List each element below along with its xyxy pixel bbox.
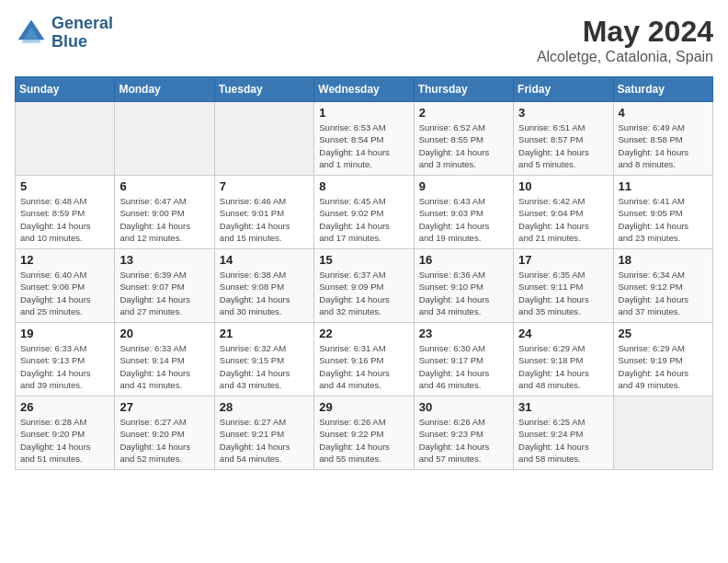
day-number: 28 (220, 400, 309, 414)
calendar-body: 1Sunrise: 6:53 AM Sunset: 8:54 PM Daylig… (16, 102, 713, 470)
logo-line1: General (51, 15, 113, 33)
day-info: Sunrise: 6:34 AM Sunset: 9:12 PM Dayligh… (619, 269, 708, 317)
day-number: 16 (419, 253, 508, 267)
day-info: Sunrise: 6:47 AM Sunset: 9:00 PM Dayligh… (119, 195, 209, 244)
week-row-1: 5Sunrise: 6:48 AM Sunset: 8:59 PM Daylig… (16, 176, 713, 249)
day-number: 30 (419, 400, 508, 414)
header-day-monday: Monday (115, 77, 214, 102)
day-cell: 2Sunrise: 6:52 AM Sunset: 8:55 PM Daylig… (414, 102, 513, 176)
day-info: Sunrise: 6:46 AM Sunset: 9:01 PM Dayligh… (220, 195, 309, 244)
day-cell (214, 102, 313, 176)
day-cell: 21Sunrise: 6:32 AM Sunset: 9:15 PM Dayli… (214, 323, 313, 396)
day-number: 5 (20, 179, 109, 193)
day-cell: 18Sunrise: 6:34 AM Sunset: 9:12 PM Dayli… (613, 249, 712, 323)
title-block: May 2024 Alcoletge, Catalonia, Spain (537, 15, 713, 65)
day-info: Sunrise: 6:38 AM Sunset: 9:08 PM Dayligh… (220, 269, 309, 317)
day-info: Sunrise: 6:40 AM Sunset: 9:06 PM Dayligh… (20, 269, 109, 317)
header-day-thursday: Thursday (414, 77, 513, 102)
day-cell: 4Sunrise: 6:49 AM Sunset: 8:58 PM Daylig… (613, 102, 712, 176)
day-cell: 30Sunrise: 6:26 AM Sunset: 9:23 PM Dayli… (414, 396, 513, 470)
header-day-tuesday: Tuesday (214, 77, 313, 102)
logo-icon (15, 17, 48, 50)
day-cell: 5Sunrise: 6:48 AM Sunset: 8:59 PM Daylig… (16, 176, 115, 249)
day-cell: 28Sunrise: 6:27 AM Sunset: 9:21 PM Dayli… (214, 396, 313, 470)
day-number: 25 (619, 327, 708, 340)
day-info: Sunrise: 6:35 AM Sunset: 9:11 PM Dayligh… (518, 269, 608, 317)
day-info: Sunrise: 6:48 AM Sunset: 8:59 PM Dayligh… (20, 195, 109, 244)
calendar-table: SundayMondayTuesdayWednesdayThursdayFrid… (15, 76, 713, 470)
day-cell: 13Sunrise: 6:39 AM Sunset: 9:07 PM Dayli… (115, 249, 214, 323)
day-number: 29 (319, 400, 408, 414)
day-number: 18 (619, 253, 708, 267)
day-cell: 15Sunrise: 6:37 AM Sunset: 9:09 PM Dayli… (314, 249, 414, 323)
week-row-4: 26Sunrise: 6:28 AM Sunset: 9:20 PM Dayli… (16, 396, 713, 470)
day-info: Sunrise: 6:31 AM Sunset: 9:16 PM Dayligh… (319, 342, 408, 391)
day-info: Sunrise: 6:30 AM Sunset: 9:17 PM Dayligh… (419, 342, 508, 391)
day-cell (613, 396, 712, 470)
day-number: 9 (419, 179, 508, 193)
day-cell: 22Sunrise: 6:31 AM Sunset: 9:16 PM Dayli… (314, 323, 414, 396)
day-info: Sunrise: 6:26 AM Sunset: 9:23 PM Dayligh… (419, 416, 508, 465)
location: Alcoletge, Catalonia, Spain (537, 49, 713, 65)
day-number: 12 (20, 253, 109, 267)
day-info: Sunrise: 6:41 AM Sunset: 9:05 PM Dayligh… (619, 195, 708, 244)
day-number: 24 (518, 327, 608, 340)
header-row: SundayMondayTuesdayWednesdayThursdayFrid… (16, 77, 713, 102)
week-row-2: 12Sunrise: 6:40 AM Sunset: 9:06 PM Dayli… (16, 249, 713, 323)
day-number: 3 (518, 106, 608, 120)
day-cell: 25Sunrise: 6:29 AM Sunset: 9:19 PM Dayli… (613, 323, 712, 396)
day-cell: 7Sunrise: 6:46 AM Sunset: 9:01 PM Daylig… (214, 176, 313, 249)
day-info: Sunrise: 6:52 AM Sunset: 8:55 PM Dayligh… (419, 121, 508, 170)
day-cell: 27Sunrise: 6:27 AM Sunset: 9:20 PM Dayli… (115, 396, 214, 470)
day-info: Sunrise: 6:29 AM Sunset: 9:19 PM Dayligh… (619, 342, 708, 391)
day-number: 14 (220, 253, 309, 267)
day-number: 22 (319, 327, 408, 340)
page-header: General Blue May 2024 Alcoletge, Catalon… (15, 15, 713, 65)
day-number: 19 (20, 327, 109, 340)
day-cell: 8Sunrise: 6:45 AM Sunset: 9:02 PM Daylig… (314, 176, 414, 249)
day-cell: 11Sunrise: 6:41 AM Sunset: 9:05 PM Dayli… (613, 176, 712, 249)
day-number: 20 (119, 327, 209, 340)
day-cell: 17Sunrise: 6:35 AM Sunset: 9:11 PM Dayli… (514, 249, 613, 323)
day-info: Sunrise: 6:39 AM Sunset: 9:07 PM Dayligh… (119, 269, 209, 317)
day-cell: 12Sunrise: 6:40 AM Sunset: 9:06 PM Dayli… (16, 249, 115, 323)
day-info: Sunrise: 6:28 AM Sunset: 9:20 PM Dayligh… (20, 416, 109, 465)
day-cell: 23Sunrise: 6:30 AM Sunset: 9:17 PM Dayli… (414, 323, 513, 396)
day-number: 1 (319, 106, 408, 120)
day-info: Sunrise: 6:51 AM Sunset: 8:57 PM Dayligh… (518, 121, 608, 170)
day-info: Sunrise: 6:33 AM Sunset: 9:14 PM Dayligh… (119, 342, 209, 391)
day-number: 7 (220, 179, 309, 193)
day-number: 27 (119, 400, 209, 414)
day-number: 23 (419, 327, 508, 340)
day-cell: 19Sunrise: 6:33 AM Sunset: 9:13 PM Dayli… (16, 323, 115, 396)
day-number: 15 (319, 253, 408, 267)
day-info: Sunrise: 6:45 AM Sunset: 9:02 PM Dayligh… (319, 195, 408, 244)
day-cell (115, 102, 214, 176)
day-cell: 16Sunrise: 6:36 AM Sunset: 9:10 PM Dayli… (414, 249, 513, 323)
day-cell: 6Sunrise: 6:47 AM Sunset: 9:00 PM Daylig… (115, 176, 214, 249)
header-day-sunday: Sunday (16, 77, 115, 102)
day-cell: 24Sunrise: 6:29 AM Sunset: 9:18 PM Dayli… (514, 323, 613, 396)
day-info: Sunrise: 6:32 AM Sunset: 9:15 PM Dayligh… (220, 342, 309, 391)
day-info: Sunrise: 6:53 AM Sunset: 8:54 PM Dayligh… (319, 121, 408, 170)
day-cell: 20Sunrise: 6:33 AM Sunset: 9:14 PM Dayli… (115, 323, 214, 396)
day-number: 21 (220, 327, 309, 340)
day-info: Sunrise: 6:25 AM Sunset: 9:24 PM Dayligh… (518, 416, 608, 465)
header-day-friday: Friday (514, 77, 613, 102)
day-info: Sunrise: 6:29 AM Sunset: 9:18 PM Dayligh… (518, 342, 608, 391)
day-info: Sunrise: 6:33 AM Sunset: 9:13 PM Dayligh… (20, 342, 109, 391)
day-cell: 31Sunrise: 6:25 AM Sunset: 9:24 PM Dayli… (514, 396, 613, 470)
day-number: 8 (319, 179, 408, 193)
day-number: 2 (419, 106, 508, 120)
day-info: Sunrise: 6:37 AM Sunset: 9:09 PM Dayligh… (319, 269, 408, 317)
day-cell: 29Sunrise: 6:26 AM Sunset: 9:22 PM Dayli… (314, 396, 414, 470)
day-number: 11 (619, 179, 708, 193)
day-cell: 14Sunrise: 6:38 AM Sunset: 9:08 PM Dayli… (214, 249, 313, 323)
logo-line2: Blue (51, 33, 113, 52)
day-info: Sunrise: 6:43 AM Sunset: 9:03 PM Dayligh… (419, 195, 508, 244)
week-row-3: 19Sunrise: 6:33 AM Sunset: 9:13 PM Dayli… (16, 323, 713, 396)
day-cell (16, 102, 115, 176)
day-cell: 3Sunrise: 6:51 AM Sunset: 8:57 PM Daylig… (514, 102, 613, 176)
day-cell: 10Sunrise: 6:42 AM Sunset: 9:04 PM Dayli… (514, 176, 613, 249)
day-number: 31 (518, 400, 608, 414)
